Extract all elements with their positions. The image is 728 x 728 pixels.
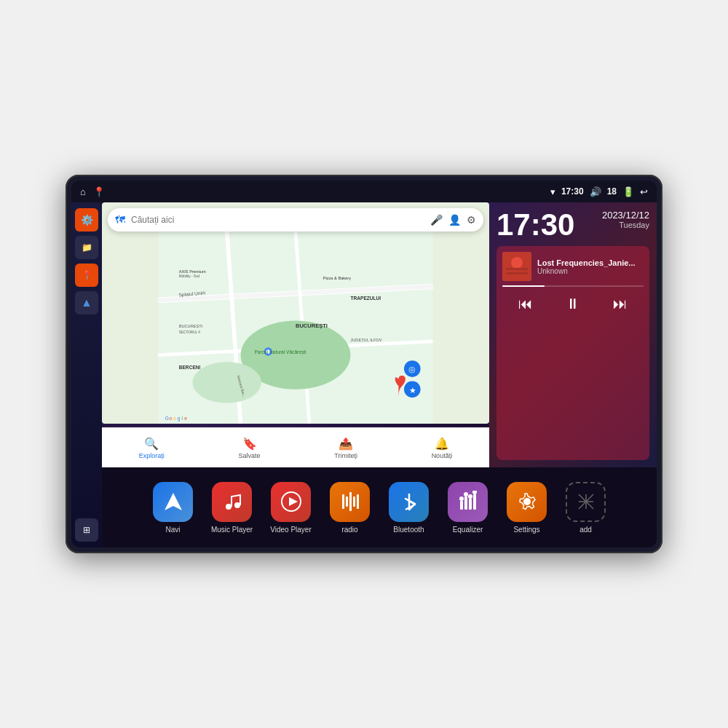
google-maps-icon: 🗺	[115, 214, 125, 226]
music-album-art	[502, 252, 531, 281]
music-progress-fill	[502, 285, 545, 287]
app-add[interactable]: add	[562, 482, 609, 534]
share-icon: 📤	[339, 437, 353, 451]
battery-icon: 🔋	[622, 186, 634, 197]
svg-rect-48	[469, 499, 472, 510]
app-music-player[interactable]: Music Player	[208, 482, 256, 534]
right-panel: 17:30 2023/12/12 Tuesday	[489, 202, 657, 467]
svg-rect-34	[506, 268, 528, 270]
music-progress-bar[interactable]	[502, 285, 644, 287]
map-share-btn[interactable]: 📤 Trimiteți	[334, 437, 357, 459]
svg-point-50	[459, 496, 464, 501]
sidebar-nav-btn[interactable]: ▲	[75, 291, 98, 314]
share-label: Trimiteți	[334, 452, 357, 459]
svg-rect-41	[342, 494, 344, 509]
music-artist: Unknown	[537, 267, 644, 275]
sidebar-settings-btn[interactable]: ⚙️	[75, 208, 98, 232]
bluetooth-label: Bluetooth	[393, 526, 424, 534]
svg-text:Mobility - Sud: Mobility - Sud	[179, 274, 200, 278]
status-right: ▾ 17:30 🔊 18 🔋 ↩	[550, 186, 648, 197]
sidebar-map-btn[interactable]: 📍	[75, 264, 98, 287]
svg-text:o: o	[170, 416, 173, 421]
news-icon: 🔔	[435, 437, 449, 451]
map-explore-btn[interactable]: 🔍 Explorați	[139, 437, 165, 459]
clock-time: 17:30	[496, 210, 574, 240]
map-bottom-bar: 🔍 Explorați 🔖 Salvate 📤 Trimiteți	[102, 427, 489, 467]
add-icon	[566, 482, 606, 522]
svg-marker-36	[165, 493, 182, 510]
navi-label: Navi	[165, 526, 180, 534]
svg-point-38	[234, 502, 240, 508]
app-video-player[interactable]: Video Player	[267, 482, 314, 534]
more-icon[interactable]: ⚙	[467, 214, 476, 226]
map-saved-btn[interactable]: 🔖 Salvate	[239, 437, 261, 459]
map-svg: Splaiul Unirii TRAPEZULUI BUCUREȘTI JUDE…	[102, 232, 489, 424]
next-button[interactable]: ⏭	[607, 293, 633, 315]
svg-point-33	[511, 257, 523, 269]
status-left: ⌂ 📍	[80, 186, 105, 197]
svg-text:BUCUREȘTI: BUCUREȘTI	[296, 323, 328, 329]
pause-button[interactable]: ⏸	[560, 293, 586, 315]
map-search-bar[interactable]: 🗺 🎤 👤 ⚙	[108, 208, 483, 232]
video-player-label: Video Player	[270, 526, 312, 534]
mic-icon[interactable]: 🎤	[430, 214, 443, 226]
map-area: 🗺 🎤 👤 ⚙	[102, 202, 489, 467]
app-settings[interactable]: Settings	[503, 482, 550, 534]
prev-button[interactable]: ⏮	[513, 293, 539, 315]
clock-section: 17:30 2023/12/12 Tuesday	[496, 210, 649, 240]
music-controls: ⏮ ⏸ ⏭	[502, 293, 644, 315]
location-icon[interactable]: 📍	[93, 186, 105, 197]
clock-year: 2023/12/12	[602, 210, 649, 221]
svg-marker-40	[289, 497, 298, 506]
svg-point-37	[226, 504, 232, 510]
map-container[interactable]: 🗺 🎤 👤 ⚙	[102, 202, 489, 424]
svg-point-54	[523, 498, 531, 505]
wifi-icon: ▾	[550, 186, 555, 197]
map-search-input[interactable]	[131, 215, 424, 225]
app-navi[interactable]: Navi	[149, 482, 197, 534]
music-widget[interactable]: Lost Frequencies_Janie... Unknown ⏮ ⏸ ⏭	[496, 246, 649, 460]
svg-point-51	[464, 492, 468, 496]
svg-text:e: e	[184, 416, 187, 421]
center-content: 🗺 🎤 👤 ⚙	[102, 202, 657, 547]
svg-text:G: G	[165, 416, 169, 421]
radio-label: radio	[341, 526, 357, 534]
svg-text:◎: ◎	[408, 365, 416, 373]
svg-text:g: g	[178, 416, 181, 422]
explore-icon: 🔍	[144, 437, 159, 451]
svg-rect-47	[464, 496, 467, 510]
music-player-icon	[212, 482, 252, 522]
settings-icon	[507, 482, 547, 522]
app-radio[interactable]: radio	[326, 482, 373, 534]
map-news-btn[interactable]: 🔔 Noutăți	[432, 437, 453, 459]
saved-label: Salvate	[239, 452, 261, 459]
music-player-label: Music Player	[211, 526, 253, 534]
sidebar-files-btn[interactable]: 📁	[75, 236, 98, 259]
explore-label: Explorați	[139, 452, 165, 459]
svg-text:Parcul Natural Văcărești: Parcul Natural Văcărești	[254, 349, 306, 355]
svg-rect-42	[346, 496, 348, 507]
svg-rect-49	[473, 494, 476, 510]
svg-text:BERCENI: BERCENI	[179, 365, 201, 370]
svg-text:Pizza & Bakery: Pizza & Bakery	[323, 276, 351, 280]
bluetooth-icon	[389, 482, 429, 522]
video-player-icon	[271, 482, 311, 522]
status-time: 17:30	[561, 186, 584, 197]
sidebar-grid-btn[interactable]: ⊞	[75, 518, 98, 542]
top-row: 🗺 🎤 👤 ⚙	[102, 202, 657, 467]
svg-text:TRAPEZULUI: TRAPEZULUI	[350, 296, 381, 301]
news-label: Noutăți	[432, 452, 453, 459]
svg-rect-44	[353, 496, 355, 507]
svg-point-52	[468, 494, 472, 499]
account-icon[interactable]: 👤	[448, 214, 461, 226]
radio-icon	[330, 482, 370, 522]
screen: ⌂ 📍 ▾ 17:30 🔊 18 🔋 ↩ ⚙️ 📁 📍 ▲ ⊞	[71, 181, 657, 547]
app-bluetooth[interactable]: Bluetooth	[385, 482, 432, 534]
home-icon[interactable]: ⌂	[80, 186, 86, 197]
clock-date: 2023/12/12 Tuesday	[602, 210, 649, 229]
app-equalizer[interactable]: Equalizer	[444, 482, 491, 534]
back-icon[interactable]: ↩	[640, 186, 648, 197]
svg-rect-35	[506, 272, 528, 274]
settings-label: Settings	[513, 526, 539, 534]
device: ⌂ 📍 ▾ 17:30 🔊 18 🔋 ↩ ⚙️ 📁 📍 ▲ ⊞	[66, 175, 662, 553]
